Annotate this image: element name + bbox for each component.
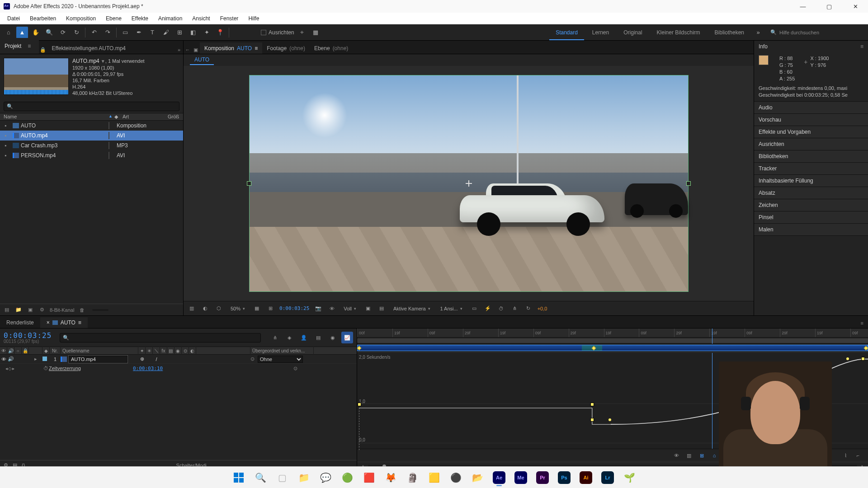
obs-icon[interactable]: ⚫ [447, 469, 465, 487]
timeline-search[interactable]: 🔍 [60, 333, 261, 343]
workspace-overflow-icon[interactable]: » [752, 27, 764, 38]
add-keyframe-icon[interactable]: ◇ [8, 366, 12, 371]
panel-header[interactable]: Tracker [754, 163, 868, 174]
show-snapshot-icon[interactable]: 👁 [327, 304, 336, 313]
panel-header[interactable]: Audio [754, 102, 868, 113]
shy-icon[interactable]: 👤 [298, 332, 310, 343]
menu-bearbeiten[interactable]: Bearbeiten [25, 14, 61, 23]
mask-mode-icon[interactable]: ▦ [310, 27, 321, 38]
snap-checkbox[interactable]: Ausrichten [261, 29, 294, 36]
menu-ebene[interactable]: Ebene [101, 14, 126, 23]
composition-viewer[interactable] [184, 66, 754, 301]
project-item[interactable]: ▪AUTO.mp4AVI [0, 131, 183, 141]
graph-keyframe[interactable] [861, 357, 865, 361]
trash-icon[interactable]: 🗑 [78, 306, 86, 314]
layer-duration-bar[interactable] [357, 345, 868, 351]
grid-icon[interactable]: ▦ [252, 304, 261, 313]
taskbar-search[interactable]: 🔍 [251, 469, 269, 487]
new-comp-icon[interactable]: ▣ [26, 306, 34, 314]
panel-header[interactable]: Effekte und Vorgaben [754, 126, 868, 138]
col-label[interactable]: ◆ [114, 114, 123, 120]
timeline-icon[interactable]: ⏱ [497, 304, 506, 313]
pen-tool[interactable]: ✒ [133, 27, 145, 38]
bit-depth[interactable]: 8-Bit-Kanal [50, 307, 74, 313]
property-name[interactable]: Zeitverzerrung [49, 366, 81, 371]
col-type[interactable]: Art [123, 114, 168, 120]
col-source[interactable]: Quellenname [61, 347, 138, 355]
app-icon[interactable]: 🟨 [425, 469, 443, 487]
menu-datei[interactable]: Datei [3, 14, 24, 23]
panel-menu-icon[interactable]: ≡ [255, 45, 258, 52]
panel-header[interactable]: Zeichen [754, 199, 868, 211]
rect-tool[interactable]: ▭ [119, 27, 131, 38]
prev-keyframe-icon[interactable]: ◂ [5, 366, 8, 371]
help-search[interactable]: 🔍 Hilfe durchsuchen [766, 28, 865, 37]
property-value[interactable]: 0:00:03:10 [133, 366, 163, 371]
maximize-button[interactable]: ▢ [820, 3, 838, 10]
exposure-value[interactable]: +0,0 [538, 306, 547, 311]
illustrator-taskbar[interactable]: Ai [577, 469, 595, 487]
app-icon[interactable]: 🟥 [360, 469, 378, 487]
premiere-taskbar[interactable]: Pr [533, 469, 552, 487]
menu-ansicht[interactable]: Ansicht [188, 14, 214, 23]
comp-mini-flowchart-icon[interactable]: ⋔ [269, 332, 281, 343]
stopwatch-icon[interactable]: ⏱ [42, 366, 49, 371]
project-search[interactable]: 🔍 [4, 102, 179, 111]
graph-keyframe[interactable] [590, 403, 594, 406]
app-icon[interactable]: 🌱 [620, 469, 638, 487]
overflow-icon[interactable]: » [175, 46, 183, 54]
effects-lock-icon[interactable]: 🔒 [39, 46, 47, 54]
parent-dropdown[interactable]: Ohne [258, 356, 303, 363]
graph-keyframe[interactable] [590, 418, 594, 422]
col-size[interactable]: Größ [168, 114, 181, 120]
selection-tool[interactable]: ▲ [16, 27, 28, 38]
breadcrumb[interactable]: AUTO [190, 55, 214, 65]
orbit-tool[interactable]: ⟳ [57, 27, 69, 38]
panel-header[interactable]: Inhaltsbasierte Füllung [754, 175, 868, 187]
folder-icon[interactable]: 📂 [468, 469, 486, 487]
close-icon[interactable]: × [47, 319, 50, 326]
panel-header[interactable]: Absatz [754, 187, 868, 199]
snapshot-icon[interactable]: 📷 [314, 304, 323, 313]
menu-hilfe[interactable]: Hilfe [244, 14, 264, 23]
workspace-lernen[interactable]: Lernen [586, 29, 615, 36]
firefox-icon[interactable]: 🦊 [382, 469, 400, 487]
resolution-dropdown[interactable]: Voll [341, 305, 359, 312]
zoom-tool[interactable]: 🔍 [43, 27, 55, 38]
tab-timeline-comp[interactable]: ×AUTO ≡ [40, 317, 88, 328]
workspace-standard[interactable]: Standard [549, 29, 584, 40]
undo-icon[interactable]: ↶ [88, 27, 100, 38]
col-nr[interactable]: Nr. [50, 347, 61, 355]
menu-effekte[interactable]: Effekte [127, 14, 153, 23]
bbox-handle[interactable] [686, 181, 691, 186]
tab-project[interactable]: Projekt≡ [0, 38, 39, 54]
panel-menu-icon[interactable]: ≡ [78, 319, 81, 326]
menu-komposition[interactable]: Komposition [61, 14, 100, 23]
puppet-tool[interactable]: 📍 [214, 27, 226, 38]
mask-icon[interactable]: ⬡ [214, 304, 223, 313]
alpha-icon[interactable]: ▥ [187, 304, 196, 313]
app-icon[interactable]: 💬 [316, 469, 335, 487]
file-explorer-icon[interactable]: 📁 [295, 469, 313, 487]
text-tool[interactable]: T [146, 27, 158, 38]
col-name[interactable]: Name [4, 114, 17, 119]
after-effects-taskbar[interactable]: Ae [490, 469, 508, 487]
bezier-handle[interactable] [609, 418, 611, 421]
panel-header[interactable]: Bibliotheken [754, 150, 868, 162]
graph-keyframe[interactable] [358, 403, 361, 406]
workspace-original[interactable]: Original [617, 29, 648, 36]
photoshop-taskbar[interactable]: Ps [555, 469, 573, 487]
frame-blend-icon[interactable]: ▤ [312, 332, 324, 343]
col-parent[interactable]: Übergeordnet und verkn... [250, 347, 314, 355]
close-button[interactable]: ✕ [846, 3, 864, 10]
zoom-dropdown[interactable]: 50% [228, 305, 248, 312]
fast-preview-icon[interactable]: ⚡ [483, 304, 492, 313]
whatsapp-icon[interactable]: 🟢 [338, 469, 356, 487]
workspace-kleiner[interactable]: Kleiner Bildschirm [651, 29, 707, 36]
minimize-button[interactable]: — [794, 3, 812, 10]
panel-header[interactable]: Pinsel [754, 211, 868, 223]
tab-footage[interactable]: Footage (ohne) [262, 42, 310, 54]
layer-property-row[interactable]: ◂◇▸ ⏱Zeitverzerrung 0:00:03:10 ⊙ [0, 364, 357, 373]
rotate-tool[interactable]: ↻ [71, 27, 82, 38]
hand-tool[interactable]: ✋ [30, 27, 42, 38]
